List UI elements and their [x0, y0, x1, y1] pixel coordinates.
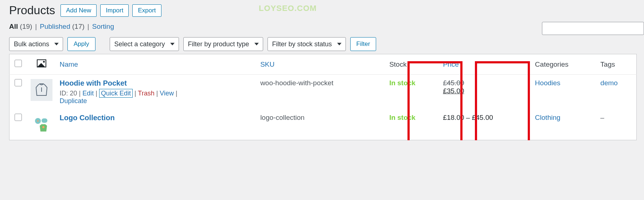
- category-link[interactable]: Hoodies: [535, 79, 561, 87]
- published-count: (17): [72, 23, 85, 30]
- column-categories: Categories: [531, 54, 597, 75]
- stock-status-select[interactable]: Filter by stock status: [268, 37, 346, 51]
- filter-button[interactable]: Filter: [350, 37, 376, 51]
- price-old: £45.00: [443, 79, 464, 87]
- separator: |: [35, 23, 37, 31]
- product-thumbnail[interactable]: [31, 114, 52, 136]
- import-button[interactable]: Import: [100, 4, 129, 17]
- apply-button[interactable]: Apply: [67, 37, 95, 51]
- page-title: Products: [9, 4, 55, 17]
- row-actions: ID: 20 | Edit | Quick Edit | Trash | Vie…: [60, 90, 253, 105]
- search-input[interactable]: [542, 22, 644, 35]
- filter-all[interactable]: All: [9, 23, 18, 30]
- add-new-button[interactable]: Add New: [61, 4, 97, 17]
- product-sku: logo-collection: [257, 109, 386, 140]
- quick-edit-link[interactable]: Quick Edit: [99, 89, 133, 98]
- row-checkbox[interactable]: [15, 114, 22, 121]
- all-count: (19): [20, 23, 32, 30]
- column-price[interactable]: Price: [443, 60, 458, 68]
- svg-rect-1: [42, 118, 47, 123]
- edit-link[interactable]: Edit: [82, 90, 94, 97]
- separator: |: [87, 23, 89, 31]
- column-stock: Stock: [386, 54, 439, 75]
- product-title-link[interactable]: Hoodie with Pocket: [60, 79, 127, 87]
- product-thumbnail[interactable]: [31, 79, 52, 101]
- image-icon: [37, 59, 46, 67]
- stock-status: In stock: [389, 114, 415, 121]
- export-button[interactable]: Export: [132, 4, 161, 17]
- view-link[interactable]: View: [160, 90, 174, 97]
- tag-empty: –: [600, 114, 604, 121]
- column-sku[interactable]: SKU: [260, 60, 274, 68]
- select-all-checkbox[interactable]: [15, 60, 22, 67]
- tag-link[interactable]: demo: [600, 79, 618, 87]
- price-range: £18.00 – £45.00: [443, 114, 493, 121]
- svg-point-2: [42, 126, 44, 128]
- bulk-actions-select[interactable]: Bulk actions: [9, 37, 63, 51]
- category-link[interactable]: Clothing: [535, 114, 561, 121]
- hoodie-icon: [32, 81, 51, 99]
- table-row: Logo Collection logo-collection In stock…: [9, 109, 637, 140]
- filter-sorting[interactable]: Sorting: [92, 23, 114, 31]
- filter-published[interactable]: Published: [40, 23, 70, 30]
- column-tags: Tags: [597, 54, 636, 75]
- duplicate-link[interactable]: Duplicate: [60, 97, 87, 105]
- trash-link[interactable]: Trash: [138, 90, 154, 97]
- product-sku: woo-hoodie-with-pocket: [257, 75, 386, 110]
- watermark: LOYSEO.COM: [259, 4, 317, 13]
- product-type-select[interactable]: Filter by product type: [183, 37, 263, 51]
- stock-status: In stock: [389, 79, 415, 87]
- price-new: £35.00: [443, 87, 464, 95]
- collection-icon: [32, 115, 51, 134]
- table-row: Hoodie with Pocket ID: 20 | Edit | Quick…: [9, 75, 637, 110]
- product-title-link[interactable]: Logo Collection: [60, 114, 115, 122]
- svg-point-3: [37, 120, 39, 122]
- column-name[interactable]: Name: [60, 60, 78, 68]
- category-select[interactable]: Select a category: [110, 37, 179, 51]
- row-checkbox[interactable]: [15, 79, 22, 86]
- product-id: ID: 20: [60, 90, 77, 97]
